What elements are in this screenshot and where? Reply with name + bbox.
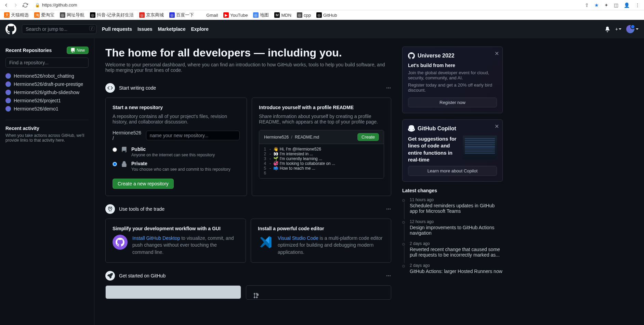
timeline-dot xyxy=(402,199,405,202)
bookmark-favicon: ◎ xyxy=(90,12,95,18)
repo-item[interactable]: Hermione526/draft-pure-prestige xyxy=(5,80,89,88)
bookmark-item[interactable]: ◎京东商城 xyxy=(139,12,164,18)
new-repo-button[interactable]: New xyxy=(67,47,89,54)
new-repo-card: Start a new repository A repository cont… xyxy=(105,98,247,196)
create-readme-button[interactable]: Create xyxy=(357,133,379,141)
search-input[interactable] xyxy=(22,24,96,34)
page-subtitle: Welcome to your personal dashboard, wher… xyxy=(105,62,386,73)
add-dropdown[interactable]: + xyxy=(615,26,621,32)
bookmark-item[interactable]: ◎百度一下 xyxy=(169,12,194,18)
browser-toolbar: 🔒 https://github.com ⇪ ★ ✦ ◫ 👤 ⋮ xyxy=(0,0,644,10)
avatar xyxy=(626,25,634,33)
create-repo-button[interactable]: Create a new repository xyxy=(113,179,174,189)
user-avatar-dropdown[interactable] xyxy=(626,25,639,33)
repo-link[interactable]: Hermione526/draft-pure-prestige xyxy=(14,81,83,87)
repo-item[interactable]: Hermione526/demo1 xyxy=(5,105,89,113)
url-text: https://github.com xyxy=(42,2,77,8)
bookmark-star-icon[interactable]: ★ xyxy=(593,2,600,8)
close-icon[interactable]: ✕ xyxy=(495,123,499,130)
repo-item[interactable]: Hermione526/github-slideshow xyxy=(5,88,89,96)
bookmark-item[interactable]: MMDN xyxy=(274,12,291,18)
pr-icon xyxy=(253,292,259,299)
change-time: 11 hours ago xyxy=(410,197,503,202)
global-search[interactable]: / xyxy=(22,24,96,34)
timeline-dot xyxy=(402,221,405,224)
recent-repos-title: Recent Repositories xyxy=(5,48,52,53)
panel-icon[interactable]: ◫ xyxy=(613,2,620,8)
getting-started-card-right xyxy=(246,285,391,300)
repo-link[interactable]: Hermione526/robot_chatting xyxy=(14,73,74,79)
change-item[interactable]: 2 days agoReverted recent change that ca… xyxy=(402,241,503,258)
change-item[interactable]: 2 days agoGitHub Actions: larger Hosted … xyxy=(402,263,503,274)
main-feed: The home for all developers — including … xyxy=(94,38,402,325)
bookmark-label: YouTube xyxy=(230,13,248,18)
bookmark-item[interactable]: ▶YouTube xyxy=(223,12,248,18)
bookmark-item[interactable]: MGmail xyxy=(199,12,218,18)
bell-icon[interactable] xyxy=(604,26,610,32)
bookmark-label: MDN xyxy=(281,13,291,18)
code-icon xyxy=(105,83,115,93)
repo-link[interactable]: Hermione526/project1 xyxy=(14,98,61,103)
repo-item[interactable]: Hermione526/project1 xyxy=(5,96,89,105)
change-item[interactable]: 12 hours agoDesign improvements to GitHu… xyxy=(402,219,503,236)
share-icon[interactable]: ⇪ xyxy=(583,2,590,8)
section-menu-icon[interactable]: ⋯ xyxy=(386,273,391,278)
menu-icon[interactable]: ⋮ xyxy=(634,2,641,8)
repo-link[interactable]: Hermione526/github-slideshow xyxy=(14,90,79,95)
forward-button[interactable] xyxy=(12,2,19,9)
universe-desc2: Register today and get a 20% off early b… xyxy=(408,82,497,93)
left-sidebar: Recent Repositories New Hermione526/robo… xyxy=(0,38,94,325)
bookmark-favicon: ◎ xyxy=(297,12,302,18)
vscode-link[interactable]: Visual Studio Code xyxy=(278,235,318,241)
getting-started-card-left xyxy=(105,285,241,299)
change-time: 2 days ago xyxy=(410,241,503,246)
reload-button[interactable] xyxy=(22,2,29,9)
bookmark-item[interactable]: ◎cpp xyxy=(297,12,311,18)
nav-link[interactable]: Pull requests xyxy=(102,26,132,32)
private-radio[interactable] xyxy=(113,162,117,166)
repo-avatar xyxy=(5,90,11,95)
bookmark-label: 地图 xyxy=(260,12,269,18)
bookmark-item[interactable]: ◎网址导航 xyxy=(60,12,84,18)
close-icon[interactable]: ✕ xyxy=(495,50,499,57)
address-bar[interactable]: 🔒 https://github.com xyxy=(31,1,581,9)
bookmark-item[interactable]: 淘爱淘宝 xyxy=(34,12,54,18)
readme-path: Hermione526 / README.md xyxy=(264,135,319,140)
vscode-icon xyxy=(258,235,273,250)
copilot-title: GitHub Copilot xyxy=(418,126,456,132)
global-nav: Pull requestsIssuesMarketplaceExplore xyxy=(102,26,209,32)
register-button[interactable]: Register now xyxy=(408,98,497,107)
section-menu-icon[interactable]: ⋯ xyxy=(386,85,391,91)
profile-icon[interactable]: 👤 xyxy=(622,2,631,8)
bookmark-item[interactable]: ◎地图 xyxy=(253,12,269,18)
repo-name-input[interactable] xyxy=(146,131,240,140)
line-text: - 📫 How to reach me ... xyxy=(270,166,315,171)
copilot-icon xyxy=(408,125,415,132)
bookmark-item[interactable]: 天天猫精选 xyxy=(4,12,29,18)
public-radio[interactable] xyxy=(113,147,117,152)
change-title: Scheduled reminders updates in GitHub ap… xyxy=(410,203,495,214)
nav-link[interactable]: Issues xyxy=(137,26,153,32)
change-title: Design improvements to GitHub Actions na… xyxy=(410,225,494,236)
bookmarks-bar: 天天猫精选淘爱淘宝◎网址导航◎抖音-记录美好生活◎京东商城◎百度一下MGmail… xyxy=(0,10,644,20)
bookmark-item[interactable]: ◎GitHub xyxy=(316,12,337,18)
nav-link[interactable]: Explore xyxy=(191,26,208,32)
change-item[interactable]: 11 hours agoScheduled reminders updates … xyxy=(402,197,503,214)
find-repo-input[interactable] xyxy=(5,57,89,68)
section-menu-icon[interactable]: ⋯ xyxy=(386,206,391,212)
extensions-icon[interactable]: ✦ xyxy=(603,2,610,8)
nav-link[interactable]: Marketplace xyxy=(158,26,186,32)
repo-link[interactable]: Hermione526/demo1 xyxy=(14,106,58,112)
github-logo-icon[interactable] xyxy=(5,24,16,35)
visibility-public[interactable]: PublicAnyone on the internet can see thi… xyxy=(113,146,240,157)
bookmark-item[interactable]: ◎抖音-记录美好生活 xyxy=(90,12,134,18)
desktop-link[interactable]: Install GitHub Desktop xyxy=(132,235,180,241)
back-button[interactable] xyxy=(3,2,10,9)
bookmark-label: 网址导航 xyxy=(67,12,84,18)
copilot-learn-button[interactable]: Learn more about Copilot xyxy=(408,166,497,176)
line-text: - 👋 Hi, I'm @Hermione526 xyxy=(270,147,321,152)
lock-icon: 🔒 xyxy=(35,3,40,8)
visibility-private[interactable]: PrivateYou choose who can see and commit… xyxy=(113,161,240,172)
readme-line: 3- 🌱 I'm currently learning ... xyxy=(259,156,384,161)
repo-item[interactable]: Hermione526/robot_chatting xyxy=(5,72,89,80)
